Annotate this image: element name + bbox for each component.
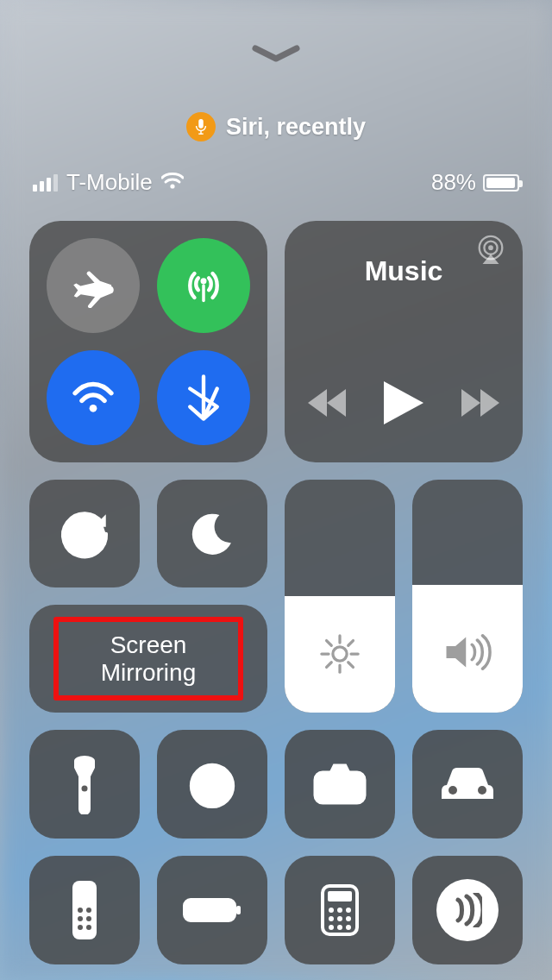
forward-button[interactable] bbox=[461, 389, 499, 420]
calculator-button[interactable] bbox=[285, 856, 395, 964]
screen-mirroring-button[interactable]: ScreenMirroring bbox=[29, 605, 267, 713]
svg-line-22 bbox=[327, 641, 332, 646]
microphone-icon bbox=[186, 112, 216, 141]
svg-line-25 bbox=[348, 641, 354, 646]
brightness-slider[interactable] bbox=[285, 480, 395, 713]
svg-marker-15 bbox=[480, 389, 499, 417]
svg-point-53 bbox=[346, 916, 351, 921]
svg-point-3 bbox=[170, 184, 174, 188]
svg-rect-4 bbox=[202, 284, 205, 302]
cellular-data-toggle[interactable] bbox=[157, 238, 250, 333]
cellular-signal-icon bbox=[33, 174, 58, 192]
svg-marker-14 bbox=[461, 389, 480, 417]
svg-point-9 bbox=[488, 245, 493, 250]
svg-point-32 bbox=[331, 779, 348, 796]
svg-point-35 bbox=[478, 786, 486, 795]
bluetooth-toggle[interactable] bbox=[157, 350, 250, 445]
svg-rect-44 bbox=[236, 906, 241, 914]
status-bar: T-Mobile 88% bbox=[33, 169, 519, 196]
svg-point-42 bbox=[86, 925, 91, 930]
wifi-status-icon bbox=[161, 169, 184, 196]
svg-point-52 bbox=[337, 916, 342, 921]
svg-point-39 bbox=[78, 916, 83, 921]
svg-marker-26 bbox=[447, 638, 467, 668]
svg-point-38 bbox=[86, 908, 91, 913]
flashlight-button[interactable] bbox=[29, 730, 140, 839]
camera-button[interactable] bbox=[285, 730, 395, 839]
svg-rect-47 bbox=[328, 891, 352, 901]
volume-slider[interactable] bbox=[412, 480, 523, 713]
apple-tv-remote-button[interactable] bbox=[29, 856, 140, 964]
svg-point-50 bbox=[346, 908, 351, 913]
connectivity-group[interactable] bbox=[29, 221, 267, 462]
svg-point-41 bbox=[78, 925, 83, 930]
svg-rect-36 bbox=[72, 881, 97, 939]
nfc-button[interactable] bbox=[412, 856, 523, 964]
siri-label: Siri, recently bbox=[226, 114, 366, 140]
carrier-label: T-Mobile bbox=[66, 169, 153, 196]
svg-point-49 bbox=[337, 908, 342, 913]
low-power-mode-button[interactable] bbox=[157, 856, 267, 964]
svg-point-37 bbox=[78, 908, 83, 913]
svg-point-28 bbox=[82, 786, 88, 792]
nfc-icon bbox=[436, 879, 499, 941]
svg-marker-11 bbox=[327, 389, 346, 417]
svg-point-56 bbox=[346, 925, 351, 930]
media-controls-tile[interactable]: Music bbox=[285, 221, 523, 462]
svg-line-24 bbox=[327, 663, 332, 668]
timer-button[interactable] bbox=[157, 730, 267, 839]
svg-line-23 bbox=[348, 663, 354, 668]
svg-point-17 bbox=[333, 647, 347, 661]
svg-point-34 bbox=[448, 786, 457, 795]
do-not-disturb-toggle[interactable] bbox=[157, 480, 267, 587]
media-title: Music bbox=[365, 255, 443, 287]
svg-point-40 bbox=[86, 916, 91, 921]
svg-marker-10 bbox=[483, 254, 499, 264]
collapse-chevron-icon[interactable] bbox=[250, 43, 302, 64]
svg-marker-13 bbox=[384, 381, 423, 424]
volume-icon bbox=[412, 631, 523, 673]
airplay-icon[interactable] bbox=[474, 235, 507, 269]
brightness-icon bbox=[285, 631, 395, 676]
airplane-mode-toggle[interactable] bbox=[47, 238, 140, 333]
svg-point-48 bbox=[329, 908, 334, 913]
svg-point-54 bbox=[329, 925, 334, 930]
battery-percent: 88% bbox=[431, 169, 476, 196]
wifi-toggle[interactable] bbox=[47, 350, 140, 445]
battery-icon bbox=[483, 174, 519, 192]
svg-point-5 bbox=[201, 278, 207, 284]
svg-marker-12 bbox=[308, 389, 327, 417]
svg-point-55 bbox=[337, 925, 342, 930]
svg-point-51 bbox=[329, 916, 334, 921]
svg-point-6 bbox=[90, 405, 97, 412]
rotation-lock-toggle[interactable] bbox=[29, 480, 140, 587]
play-button[interactable] bbox=[384, 381, 423, 428]
svg-point-33 bbox=[354, 777, 357, 781]
rewind-button[interactable] bbox=[308, 389, 346, 420]
svg-rect-0 bbox=[198, 119, 203, 129]
siri-suggestion[interactable]: Siri, recently bbox=[0, 112, 552, 141]
driving-mode-button[interactable] bbox=[412, 730, 523, 839]
screen-mirroring-label: ScreenMirroring bbox=[101, 631, 196, 686]
svg-rect-45 bbox=[189, 904, 204, 916]
